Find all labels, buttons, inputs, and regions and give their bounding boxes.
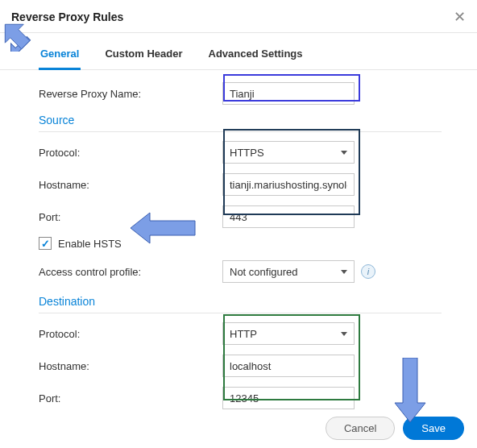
- row-source-protocol: Protocol: HTTPS: [39, 140, 442, 164]
- row-enable-hsts[interactable]: ✓ Enable HSTS: [39, 237, 442, 250]
- row-dest-hostname: Hostname:: [39, 354, 442, 378]
- dialog-buttons: Cancel Save: [326, 417, 464, 440]
- source-heading: Source: [39, 114, 442, 132]
- tab-advanced-settings[interactable]: Advanced Settings: [207, 43, 305, 70]
- enable-hsts-checkbox[interactable]: ✓: [39, 237, 52, 250]
- save-button[interactable]: Save: [403, 417, 464, 440]
- tab-bar: General Custom Header Advanced Settings: [0, 33, 477, 70]
- dest-protocol-label: Protocol:: [39, 328, 222, 340]
- dialog-header: Reverse Proxy Rules ✕: [0, 0, 477, 33]
- dest-protocol-select[interactable]: HTTP: [222, 322, 355, 345]
- info-icon[interactable]: i: [361, 264, 375, 279]
- row-access-profile: Access control profile: Not configured i: [39, 259, 442, 284]
- close-icon[interactable]: ✕: [454, 8, 466, 26]
- source-protocol-label: Protocol:: [39, 147, 222, 159]
- proxy-name-label: Reverse Proxy Name:: [39, 88, 222, 100]
- access-profile-value: Not configured: [230, 266, 298, 278]
- source-hostname-input[interactable]: [222, 173, 355, 196]
- dialog-content: Reverse Proxy Name: Source Protocol: HTT…: [0, 70, 477, 421]
- proxy-name-input[interactable]: [222, 82, 355, 105]
- row-source-port: Port:: [39, 205, 442, 229]
- chevron-down-icon: [341, 332, 347, 336]
- row-dest-port: Port:: [39, 386, 442, 410]
- row-source-hostname: Hostname:: [39, 172, 442, 197]
- enable-hsts-label: Enable HSTS: [58, 238, 122, 250]
- dest-hostname-label: Hostname:: [39, 360, 222, 372]
- source-port-label: Port:: [39, 211, 222, 223]
- access-profile-label: Access control profile:: [39, 266, 222, 278]
- source-hostname-label: Hostname:: [39, 179, 222, 191]
- dest-port-input[interactable]: [222, 387, 355, 409]
- dest-port-label: Port:: [39, 392, 222, 404]
- cancel-button[interactable]: Cancel: [326, 417, 395, 440]
- row-proxy-name: Reverse Proxy Name:: [39, 81, 442, 106]
- source-protocol-value: HTTPS: [230, 147, 264, 159]
- source-port-input[interactable]: [222, 205, 355, 228]
- dest-protocol-value: HTTP: [230, 328, 257, 340]
- dialog-title: Reverse Proxy Rules: [11, 10, 123, 23]
- row-dest-protocol: Protocol: HTTP: [39, 321, 442, 346]
- chevron-down-icon: [341, 151, 347, 155]
- destination-heading: Destination: [39, 295, 442, 313]
- tab-general[interactable]: General: [39, 43, 81, 70]
- access-profile-select[interactable]: Not configured: [222, 260, 355, 283]
- chevron-down-icon: [341, 270, 347, 274]
- tab-custom-header[interactable]: Custom Header: [103, 43, 184, 70]
- dest-hostname-input[interactable]: [222, 355, 355, 377]
- source-protocol-select[interactable]: HTTPS: [222, 141, 355, 164]
